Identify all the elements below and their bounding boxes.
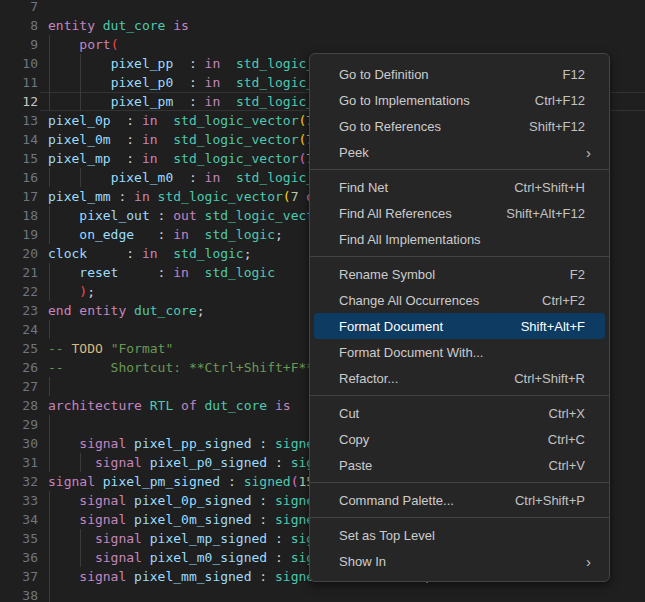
menu-item-go-to-definition[interactable]: Go to DefinitionF12 bbox=[314, 61, 605, 87]
menu-item-shortcut: F2 bbox=[570, 267, 585, 282]
menu-item-command-palette[interactable]: Command Palette...Ctrl+Shift+P bbox=[314, 487, 605, 513]
indent-guide bbox=[49, 567, 50, 586]
indent-guide bbox=[49, 548, 50, 567]
menu-item-show-in[interactable]: Show In› bbox=[314, 548, 605, 574]
menu-item-shortcut: Shift+Alt+F12 bbox=[506, 206, 585, 221]
menu-item-set-as-top-level[interactable]: Set as Top Level bbox=[314, 522, 605, 548]
line-number: 32 bbox=[0, 472, 40, 491]
menu-item-label: Copy bbox=[339, 432, 548, 447]
menu-item-find-net[interactable]: Find NetCtrl+Shift+H bbox=[314, 174, 605, 200]
menu-item-label: Find Net bbox=[339, 180, 514, 195]
menu-item-label: Set as Top Level bbox=[339, 528, 585, 543]
line-number: 20 bbox=[0, 244, 40, 263]
line-number: 19 bbox=[0, 225, 40, 244]
indent-guide bbox=[49, 415, 50, 434]
menu-item-find-all-implementations[interactable]: Find All Implementations bbox=[314, 226, 605, 252]
menu-item-format-document-with[interactable]: Format Document With... bbox=[314, 339, 605, 365]
menu-item-go-to-implementations[interactable]: Go to ImplementationsCtrl+F12 bbox=[314, 87, 605, 113]
menu-item-label: Change All Occurrences bbox=[339, 293, 542, 308]
line-number: 35 bbox=[0, 529, 40, 548]
line-number: 33 bbox=[0, 491, 40, 510]
indent-guide bbox=[80, 168, 81, 187]
menu-item-go-to-references[interactable]: Go to ReferencesShift+F12 bbox=[314, 113, 605, 139]
line-number: 12 bbox=[0, 92, 40, 111]
line-number: 9 bbox=[0, 35, 40, 54]
editor-context-menu: Go to DefinitionF12Go to Implementations… bbox=[309, 53, 610, 582]
submenu-chevron-icon: › bbox=[586, 145, 591, 160]
indent-guide bbox=[49, 73, 50, 92]
indent-guide bbox=[49, 453, 50, 472]
menu-item-rename-symbol[interactable]: Rename SymbolF2 bbox=[314, 261, 605, 287]
line-number: 18 bbox=[0, 206, 40, 225]
menu-item-cut[interactable]: CutCtrl+X bbox=[314, 400, 605, 426]
indent-guide bbox=[80, 548, 81, 567]
line-number: 31 bbox=[0, 453, 40, 472]
indent-guide bbox=[49, 206, 50, 225]
line-number: 28 bbox=[0, 396, 40, 415]
menu-separator bbox=[310, 482, 609, 483]
code-line-content bbox=[40, 0, 645, 16]
indent-guide bbox=[80, 92, 81, 111]
menu-separator bbox=[310, 517, 609, 518]
line-number: 17 bbox=[0, 187, 40, 206]
menu-item-find-all-references[interactable]: Find All ReferencesShift+Alt+F12 bbox=[314, 200, 605, 226]
menu-item-label: Paste bbox=[339, 458, 549, 473]
menu-item-shortcut: Shift+Alt+F bbox=[521, 319, 585, 334]
line-number: 23 bbox=[0, 301, 40, 320]
line-number: 27 bbox=[0, 377, 40, 396]
indent-guide bbox=[49, 491, 50, 510]
indent-guide bbox=[80, 453, 81, 472]
line-number: 14 bbox=[0, 130, 40, 149]
indent-guide bbox=[49, 377, 50, 396]
code-line[interactable]: 38 bbox=[0, 586, 645, 602]
line-number: 38 bbox=[0, 586, 40, 602]
menu-item-shortcut: Shift+F12 bbox=[529, 119, 585, 134]
line-number: 30 bbox=[0, 434, 40, 453]
indent-guide bbox=[49, 92, 50, 111]
menu-item-label: Cut bbox=[339, 406, 549, 421]
code-line[interactable]: 8entity dut_core is bbox=[0, 16, 645, 35]
menu-item-refactor[interactable]: Refactor...Ctrl+Shift+R bbox=[314, 365, 605, 391]
indent-guide bbox=[49, 586, 50, 602]
indent-guide bbox=[49, 320, 50, 339]
menu-item-shortcut: Ctrl+V bbox=[549, 458, 585, 473]
line-number: 10 bbox=[0, 54, 40, 73]
indent-guide bbox=[49, 168, 50, 187]
menu-item-peek[interactable]: Peek› bbox=[314, 139, 605, 165]
indent-guide bbox=[49, 510, 50, 529]
menu-item-label: Find All References bbox=[339, 206, 506, 221]
line-number: 13 bbox=[0, 111, 40, 130]
indent-guide bbox=[49, 282, 50, 301]
menu-item-label: Refactor... bbox=[339, 371, 514, 386]
line-number: 36 bbox=[0, 548, 40, 567]
menu-item-label: Find All Implementations bbox=[339, 232, 585, 247]
menu-item-copy[interactable]: CopyCtrl+C bbox=[314, 426, 605, 452]
indent-guide bbox=[49, 434, 50, 453]
menu-item-label: Show In bbox=[339, 554, 580, 569]
line-number: 8 bbox=[0, 16, 40, 35]
menu-item-shortcut: Ctrl+X bbox=[549, 406, 585, 421]
menu-item-paste[interactable]: PasteCtrl+V bbox=[314, 452, 605, 478]
line-number: 22 bbox=[0, 282, 40, 301]
line-number: 21 bbox=[0, 263, 40, 282]
indent-guide bbox=[49, 263, 50, 282]
menu-item-label: Format Document With... bbox=[339, 345, 585, 360]
code-line[interactable]: 9 port( bbox=[0, 35, 645, 54]
code-line[interactable]: 7 bbox=[0, 0, 645, 16]
indent-guide bbox=[49, 529, 50, 548]
code-line-content bbox=[40, 586, 645, 602]
code-line-content: port( bbox=[40, 35, 645, 54]
menu-item-label: Rename Symbol bbox=[339, 267, 570, 282]
indent-guide bbox=[49, 54, 50, 73]
line-number: 15 bbox=[0, 149, 40, 168]
menu-item-shortcut: Ctrl+F12 bbox=[535, 93, 585, 108]
menu-item-change-all-occurrences[interactable]: Change All OccurrencesCtrl+F2 bbox=[314, 287, 605, 313]
indent-guide bbox=[80, 54, 81, 73]
line-number: 16 bbox=[0, 168, 40, 187]
indent-guide bbox=[80, 73, 81, 92]
line-number: 29 bbox=[0, 415, 40, 434]
indent-guide bbox=[49, 35, 50, 54]
menu-item-format-document[interactable]: Format DocumentShift+Alt+F bbox=[314, 313, 605, 339]
menu-item-label: Peek bbox=[339, 145, 580, 160]
line-number: 37 bbox=[0, 567, 40, 586]
